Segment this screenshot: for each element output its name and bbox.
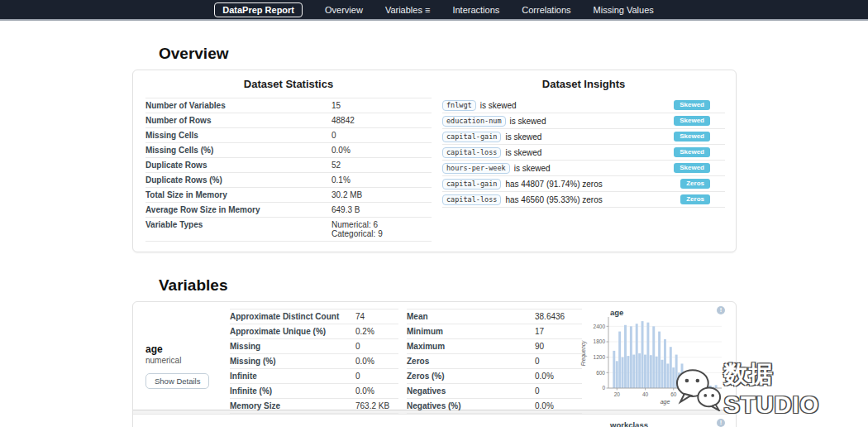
help-icon[interactable]: ! <box>717 306 725 314</box>
nav-item-interactions[interactable]: Interactions <box>452 5 499 15</box>
variables-heading: Variables <box>159 276 227 295</box>
stat-row: Negatives (%)0.0% <box>407 399 582 414</box>
svg-text:40: 40 <box>642 391 649 397</box>
stat-label: Zeros (%) <box>407 372 535 381</box>
svg-text:1800: 1800 <box>594 338 606 344</box>
help-icon[interactable]: ! <box>717 419 725 427</box>
stat-value: 0.0% <box>355 357 374 366</box>
stat-label: Duplicate Rows <box>145 161 331 170</box>
stat-row: Zeros (%)0.0% <box>407 369 582 384</box>
variable-row-age: age numerical Show Details Approximate D… <box>133 302 736 410</box>
insight-row: capital-gainis skewedSkewed <box>442 129 725 145</box>
stat-label: Variable Types <box>145 220 331 229</box>
nav-item-variables[interactable]: Variables ≡ <box>385 5 431 15</box>
stat-value: Numerical: 6 Categorical: 9 <box>331 220 383 238</box>
stat-label: Missing (%) <box>230 357 355 366</box>
insight-row: capital-gainhas 44807 (91.74%) zerosZero… <box>442 176 725 192</box>
stat-value: 763.2 KB <box>355 401 389 410</box>
insight-description: is skewed <box>510 117 546 126</box>
dataprep-report-page: DataPrep Report OverviewVariables ≡Inter… <box>0 0 868 427</box>
workclass-chart-title: workclass <box>610 420 648 427</box>
stat-label: Negatives (%) <box>407 401 535 410</box>
insight-badge-skewed: Skewed <box>674 163 710 173</box>
variable-token: education-num <box>442 116 506 127</box>
stat-row: Infinite (%)0.0% <box>230 384 398 399</box>
stat-value: 0.0% <box>535 401 554 410</box>
stat-label: Approximate Distinct Count <box>230 312 355 321</box>
svg-text:age: age <box>661 399 670 405</box>
svg-text:80: 80 <box>699 391 705 397</box>
navbar-links: OverviewVariables ≡InteractionsCorrelati… <box>325 5 654 15</box>
stat-value: 30.2 MB <box>331 190 362 199</box>
insight-badge-skewed: Skewed <box>674 132 710 142</box>
insight-badge-zeros: Zeros <box>680 179 710 189</box>
insight-row: fnlwgtis skewedSkewed <box>442 98 725 113</box>
stat-row: Average Row Size in Memory649.3 B <box>145 203 432 218</box>
dataset-insights-title: Dataset Insights <box>442 78 725 90</box>
stat-label: Duplicate Rows (%) <box>145 175 331 185</box>
stat-value: 74 <box>355 312 365 321</box>
insight-row: hours-per-weekis skewedSkewed <box>442 161 725 176</box>
svg-text:0: 0 <box>602 385 605 391</box>
stat-label: Infinite <box>230 372 355 381</box>
nav-item-correlations[interactable]: Correlations <box>522 5 570 15</box>
stat-row: Number of Rows48842 <box>145 113 432 128</box>
insight-text: capital-losshas 46560 (95.33%) zeros <box>442 194 603 205</box>
stat-label: Missing Cells (%) <box>145 146 331 155</box>
insight-badge-zeros: Zeros <box>680 194 710 204</box>
stat-row: Infinite0 <box>230 369 398 384</box>
variable-token: capital-loss <box>442 147 501 158</box>
stat-row: Maximum90 <box>407 339 582 354</box>
show-details-button[interactable]: Show Details <box>145 373 209 389</box>
stat-label: Zeros <box>407 357 535 366</box>
insight-row: education-numis skewedSkewed <box>442 113 725 129</box>
stat-row: Total Size in Memory30.2 MB <box>145 188 432 203</box>
dataset-statistics-panel: Dataset Statistics Number of Variables15… <box>145 78 432 242</box>
age-stats-table-2: Mean38.6436Minimum17Maximum90Zeros0Zeros… <box>407 309 582 414</box>
svg-text:2400: 2400 <box>594 324 606 329</box>
variables-card: age numerical Show Details Approximate D… <box>132 301 737 427</box>
stat-row: Missing Cells0 <box>145 128 432 143</box>
variable-token: capital-gain <box>442 179 501 190</box>
dataset-insights-panel: Dataset Insights fnlwgtis skewedSkeweded… <box>442 78 725 208</box>
stat-value: 0 <box>355 342 360 351</box>
stat-value: 0.2% <box>355 327 374 336</box>
stat-value: 90 <box>535 342 544 351</box>
stat-row: Approximate Distinct Count74 <box>230 309 398 324</box>
top-navbar: DataPrep Report OverviewVariables ≡Inter… <box>0 0 868 21</box>
stat-label: Negatives <box>407 386 535 396</box>
stat-row: Number of Variables15 <box>145 98 432 113</box>
overview-card: Dataset Statistics Number of Variables15… <box>132 70 737 252</box>
stat-label: Number of Rows <box>145 116 331 125</box>
variable-name-block: age numerical Show Details <box>145 343 209 389</box>
stat-label: Approximate Unique (%) <box>230 327 355 336</box>
stat-label: Total Size in Memory <box>145 190 331 199</box>
nav-item-overview[interactable]: Overview <box>325 5 363 15</box>
svg-text:20: 20 <box>614 391 621 397</box>
insight-description: has 46560 (95.33%) zeros <box>505 195 602 204</box>
nav-item-missing-values[interactable]: Missing Values <box>594 5 654 15</box>
stat-row: Approximate Unique (%)0.2% <box>230 324 398 339</box>
variable-token: hours-per-week <box>442 163 510 174</box>
stat-value: 0.1% <box>331 175 351 185</box>
variable-token: capital-loss <box>442 194 501 205</box>
stat-label: Missing Cells <box>145 131 331 140</box>
workclass-chart-box: workclass ! <box>579 417 727 427</box>
variable-type: numerical <box>145 356 209 365</box>
stat-label: Missing <box>230 342 355 351</box>
insight-text: capital-gainhas 44807 (91.74%) zeros <box>442 179 603 190</box>
stat-value: 649.3 B <box>331 205 360 214</box>
stat-row: Negatives0 <box>407 384 582 399</box>
variable-token: capital-gain <box>442 132 501 142</box>
stat-value: 48842 <box>331 116 355 125</box>
stat-row: Minimum17 <box>407 324 582 339</box>
stat-value: 0 <box>535 357 540 366</box>
stat-label: Minimum <box>407 327 535 336</box>
stat-row: Zeros0 <box>407 354 582 369</box>
stat-row: Duplicate Rows (%)0.1% <box>145 173 432 188</box>
insight-text: hours-per-weekis skewed <box>442 163 551 174</box>
insight-row: capital-lossis skewedSkewed <box>442 145 725 161</box>
stat-row: Memory Size763.2 KB <box>230 399 398 414</box>
stat-value: 15 <box>331 101 341 110</box>
brand-dataprep-report[interactable]: DataPrep Report <box>214 2 303 17</box>
